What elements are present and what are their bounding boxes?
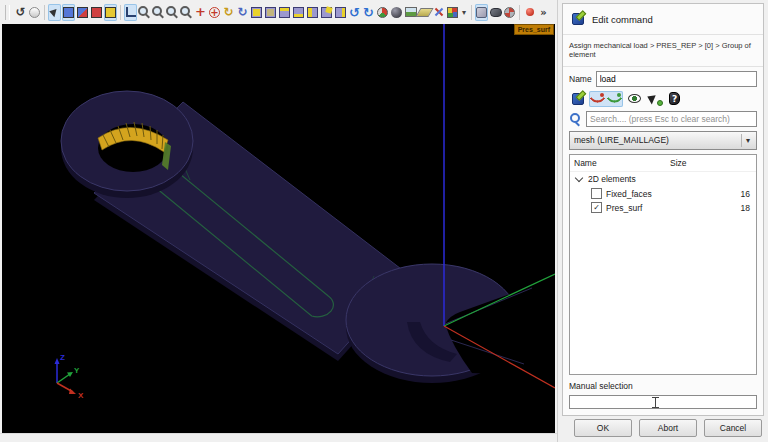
- app-window: { "toolbar": { "items": [ {"name":"refre…: [0, 0, 768, 442]
- abort-button[interactable]: Abort: [639, 419, 697, 437]
- view-left-icon[interactable]: [306, 4, 319, 21]
- edit-command-panel: Edit command Assign mechanical load > PR…: [557, 0, 768, 442]
- search-input[interactable]: [586, 111, 757, 127]
- clipping-plane-icon[interactable]: [418, 4, 431, 21]
- toolbar-grip[interactable]: [5, 5, 10, 20]
- zoom-icon[interactable]: [180, 4, 193, 21]
- tree-group-row[interactable]: 2D elements: [570, 172, 756, 187]
- selection-node-icon[interactable]: [62, 4, 75, 21]
- pick-selection-icon[interactable]: [646, 91, 663, 107]
- ok-button[interactable]: OK: [574, 419, 632, 437]
- show-trihedron-icon[interactable]: [124, 4, 137, 21]
- background-image-icon[interactable]: [404, 4, 417, 21]
- name-row: Name: [569, 71, 757, 87]
- triad-y-label: Y: [74, 366, 80, 375]
- mesh-selector-value: mesh (LIRE_MAILLAGE): [574, 135, 737, 145]
- preview-eye-icon[interactable]: [626, 91, 643, 107]
- search-row: [569, 111, 757, 127]
- chevron-down-icon: [741, 134, 754, 147]
- curve-green-icon[interactable]: [606, 91, 623, 107]
- view-mode-icon[interactable]: [446, 4, 459, 21]
- manual-selection-input[interactable]: [569, 395, 757, 409]
- view-top-icon[interactable]: [278, 4, 291, 21]
- checkbox-checked[interactable]: [591, 202, 602, 213]
- name-input[interactable]: [596, 71, 757, 87]
- dialog-buttons: OK Abort Cancel: [574, 419, 762, 437]
- divider: [563, 34, 763, 35]
- rotate-left-icon[interactable]: [348, 4, 361, 21]
- sync-views-icon[interactable]: [432, 4, 445, 21]
- group-tree: Name Size 2D elements Fixed_faces16Pres_…: [569, 154, 757, 375]
- rotate-view-icon[interactable]: [222, 4, 235, 21]
- view-front-icon[interactable]: [250, 4, 263, 21]
- manual-selection-label: Manual selection: [569, 379, 757, 391]
- record-icon[interactable]: [523, 4, 536, 21]
- refresh-view-icon[interactable]: [14, 4, 27, 21]
- shape-display-icon[interactable]: [489, 4, 502, 21]
- fit-all-icon[interactable]: [138, 4, 151, 21]
- selection-face-icon[interactable]: [104, 4, 117, 21]
- tree-header: Name Size: [570, 155, 756, 172]
- selection-mixed-icon[interactable]: [76, 4, 89, 21]
- divider: [563, 66, 763, 67]
- view-bottom-icon[interactable]: [292, 4, 305, 21]
- tree-row[interactable]: Pres_surf18: [570, 201, 756, 215]
- shaded-sphere-icon[interactable]: [390, 4, 403, 21]
- panel-title: Edit command: [592, 14, 653, 25]
- checkbox-unchecked[interactable]: [591, 188, 602, 199]
- zoom-selection-icon[interactable]: [166, 4, 179, 21]
- zoom-window-icon[interactable]: [152, 4, 165, 21]
- tree-col-name: Name: [574, 158, 670, 168]
- interaction-style-icon[interactable]: [48, 4, 61, 21]
- toolbar-separator: [519, 5, 520, 20]
- tree-item-label: Pres_surf: [606, 203, 642, 213]
- tree-item-label: Fixed_faces: [606, 189, 652, 199]
- toolbar: [0, 0, 556, 24]
- tree-item-size: 16: [741, 189, 750, 199]
- rotation-point-icon[interactable]: [236, 4, 249, 21]
- axis-triad: Z Y X: [55, 353, 85, 400]
- selection-edge-icon[interactable]: [90, 4, 103, 21]
- global-pan-icon[interactable]: [208, 4, 221, 21]
- edit-command-icon: [569, 11, 586, 27]
- mesh-selector[interactable]: mesh (LIRE_MAILLAGE): [569, 131, 757, 150]
- rotate-right-icon[interactable]: [362, 4, 375, 21]
- view-iso-icon[interactable]: [334, 4, 347, 21]
- panel-header: Edit command: [569, 9, 757, 30]
- triad-x-label: X: [78, 391, 84, 400]
- update-scene-icon[interactable]: [376, 4, 389, 21]
- tree-row[interactable]: Fixed_faces16: [570, 187, 756, 201]
- curve-red-icon[interactable]: [589, 91, 606, 107]
- tool-selected-group: [589, 91, 623, 107]
- status-bar: [0, 433, 557, 442]
- edit-command-card: Edit command Assign mechanical load > PR…: [562, 3, 764, 416]
- wrench-model: Z Y X: [2, 24, 555, 434]
- view-mode-dropdown-icon[interactable]: [460, 4, 468, 21]
- texture-icon[interactable]: [503, 4, 516, 21]
- breadcrumb: Assign mechanical load > PRES_REP > [0] …: [569, 39, 757, 62]
- cancel-button[interactable]: Cancel: [704, 419, 762, 437]
- toolbar-separator: [471, 5, 472, 20]
- toolbar-overflow-icon[interactable]: [537, 4, 550, 21]
- tree-expander-icon[interactable]: [575, 174, 583, 182]
- search-icon: [569, 111, 582, 127]
- pan-icon[interactable]: [194, 4, 207, 21]
- view-back-icon[interactable]: [264, 4, 277, 21]
- tree-item-size: 18: [741, 203, 750, 213]
- documentation-icon[interactable]: [666, 91, 683, 107]
- tree-col-size: Size: [670, 158, 687, 168]
- toolbar-separator: [44, 5, 45, 20]
- selection-name-badge: Pres_surf: [514, 24, 554, 35]
- manual-selection-wrap: [569, 395, 757, 410]
- viewport-3d[interactable]: Z Y X Pres_surf: [2, 24, 555, 434]
- shading-mode-icon[interactable]: [475, 4, 488, 21]
- tree-items: Fixed_faces16Pres_surf18: [570, 187, 756, 215]
- panel-tools: [569, 91, 757, 107]
- triad-z-label: Z: [60, 353, 65, 362]
- wait-clock-icon[interactable]: [28, 4, 41, 21]
- name-label: Name: [569, 74, 592, 84]
- tree-group-label: 2D elements: [588, 174, 636, 184]
- view-right-icon[interactable]: [320, 4, 333, 21]
- toolbar-separator: [120, 5, 121, 20]
- edit-mode-icon[interactable]: [569, 91, 586, 107]
